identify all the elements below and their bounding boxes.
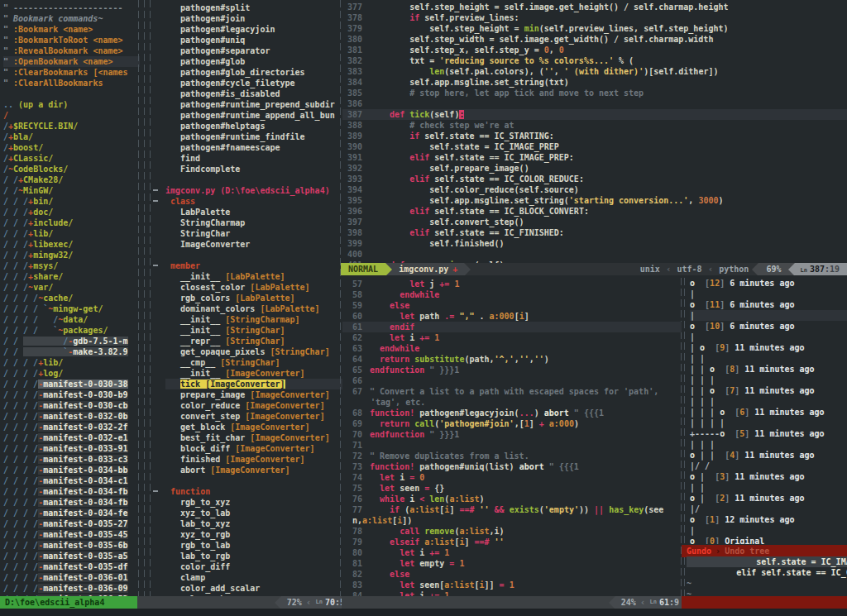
tag-line[interactable]: closest_color [LabPalette] [165,282,342,293]
tag-line[interactable] [165,250,342,260]
code-line[interactable]: 398 elif self.state == IC_FINISHED: [342,227,847,238]
tree-line[interactable]: / / /+share/ [3,271,140,282]
undo-node-line[interactable]: +-----o [5] 11 minutes ago [690,428,847,439]
undo-node-line[interactable]: |/ / [690,461,847,471]
tag-line[interactable]: pathogen#split [165,2,342,13]
tag-line[interactable]: pathogen#helptags [165,121,342,131]
code-line[interactable]: 67" Convert a list to a path with escape… [342,386,682,397]
tree-line[interactable]: / / / /-manifest-0-030-38 [3,379,140,389]
tag-line[interactable]: StringCharmap [165,217,342,228]
tree-line[interactable]: / / / / `~mingw-get/ [3,303,140,314]
code-line[interactable]: 74 let i = 0 [342,472,682,483]
tag-line[interactable] [165,174,342,185]
tree-line[interactable]: / /~MinGW/ [3,185,140,196]
code-line[interactable]: 81 let empty = 1 [342,558,682,569]
tag-line[interactable]: rgb_to_xyz [165,497,342,508]
tag-line[interactable]: rgb_to_lab [165,540,342,551]
tag-line[interactable]: pathogen#cycle_filetype [165,78,342,88]
tree-line[interactable]: / / /~var/ [3,282,140,293]
tag-line[interactable]: tick [ImageConverter] [165,379,342,389]
tree-line[interactable]: / / /+lib/ [3,228,140,239]
code-line[interactable]: 62 let i += 1 [342,332,682,343]
tag-line[interactable]: pathogen#fnameescape [165,142,342,153]
fold-open-marker[interactable] [153,200,158,202]
undo-node-line[interactable]: | | o [7] 11 minutes ago [690,385,847,396]
diff-line[interactable]: ~ [687,589,847,596]
tree-line[interactable]: / / /+bin/ [3,196,140,207]
code-line[interactable]: 384 self.app.msgline.set_string(txt) [342,77,847,88]
code-line[interactable]: 59 else [342,300,682,311]
code-line[interactable]: 400 [342,249,847,260]
tree-line[interactable]: / / / /-manifest-0-032-0b [3,411,140,422]
tree-line[interactable]: / / / /-manifest-0-033-91 [3,443,140,454]
code-line[interactable]: n,a:list[i]) [342,515,682,526]
code-line[interactable]: 58 endwhile [342,289,682,300]
tree-line[interactable]: / / / /-manifest-0-035-df [3,561,140,572]
tree-line[interactable]: /+boost/ [3,142,140,153]
tag-line[interactable]: abort [ImageConverter] [165,465,342,475]
tree-line[interactable]: / / / /-manifest-0-035-27 [3,518,140,529]
tree-line[interactable]: / / / /-manifest-0-034-fe [3,508,140,518]
code-line[interactable]: 389 if self.state == IC_STARTING: [342,131,847,141]
tag-line[interactable]: pathogen#runtime_prepend_subdir [165,99,342,110]
undo-node-line[interactable]: | | | o [6] 11 minutes ago [690,407,847,418]
tag-line[interactable]: lab_to_xyz [165,518,342,529]
tree-line[interactable]: / / / /-manifest-0-035-45 [3,529,140,540]
code-line[interactable]: 378 if self.preview_lines: [342,12,847,23]
code-line[interactable]: 394 self.color_reduce(self.source) [342,184,847,195]
tag-line[interactable]: pathogen#runtime_findfile [165,131,342,142]
tag-line[interactable]: LabPalette [165,207,342,217]
undo-node-line[interactable]: o | [2] 11 minutes ago [690,493,847,504]
code-line[interactable]: 386 [342,98,847,109]
tag-line[interactable]: __init__ [LabPalette] [165,271,342,282]
tag-line[interactable]: pathogen#join [165,13,342,24]
code-line[interactable]: 61 endif [342,322,682,332]
tag-line[interactable]: color_add_scalar [165,583,342,594]
tag-line[interactable]: xyz_to_rgb [165,529,342,540]
tag-line[interactable]: convert_step [ImageConverter] [165,411,342,422]
code-line[interactable]: 396 elif self.state == IC_BLOCK_CONVERT: [342,206,847,217]
tree-line[interactable]: " :BookmarkToRoot <name> [3,35,140,45]
code-line[interactable]: 385 # stop here, let app tick and move t… [342,88,847,98]
diff-line[interactable]: elif self.state == IC_COLOR_REDUCE: [687,567,847,578]
undo-node-line[interactable]: | | o [8] 11 minutes ago [690,364,847,375]
window-separator-strip[interactable] [136,0,162,596]
code-line[interactable]: 78 call remove(a:list,i) [342,526,682,537]
tag-line[interactable]: prepare_image [ImageConverter] [165,389,342,400]
fold-open-marker[interactable] [153,490,158,492]
tree-line[interactable]: / / /+include/ [3,217,140,228]
tag-line[interactable]: __init__ [StringChar] [165,325,342,336]
tree-line[interactable]: " :ClearAllBookmarks [3,78,140,88]
fold-open-marker[interactable] [153,189,158,191]
diff-line[interactable]: self.state = IC_IMAGE_PREP [687,556,847,567]
code-line[interactable]: 387 def tick(self): [342,109,847,120]
tag-line[interactable]: pathogen#is_disabled [165,88,342,99]
command-line[interactable]: E492: Not an editor command: vyv [0,609,847,616]
undo-node-line[interactable]: | o [9] 11 minutes ago [690,342,847,353]
tag-line[interactable]: rgb_colors [LabPalette] [165,293,342,303]
tagbar-statusline[interactable]: __Tag_List__ - 72%‹Ln70:5 [137,596,351,609]
undo-node-line[interactable]: o | [3] 11 minutes ago [690,471,847,482]
tree-line[interactable]: " :Bookmark <name> [3,24,140,35]
tag-line[interactable]: __cmp__ [StringChar] [165,357,342,368]
tree-line[interactable]: / / / /~cache/ [3,293,140,303]
tag-line[interactable]: member [165,260,342,271]
code-line[interactable]: 388 # check step we're at [342,120,847,131]
tag-line[interactable]: imgconv.py (D:\foe\edscii_alpha4) [165,185,342,196]
code-line[interactable]: 379 self.step_height = min(self.preview_… [342,23,847,34]
tag-line[interactable]: __init__ [ImageConverter] [165,368,342,379]
code-line[interactable]: 381 self.step_x, self.step_y = 0, 0 [342,45,847,55]
tree-line[interactable]: " :RevealBookmark <name> [3,45,140,56]
tree-line[interactable]: / / `-make-3.82.9 [3,346,140,357]
nerdtree-statusline[interactable]: D:\foe\edscii_alpha4 [0,596,142,609]
undo-node-line[interactable]: | | [690,482,847,493]
tree-line[interactable]: / / / /-manifest-0-033-c3 [3,454,140,465]
tree-line[interactable]: / / / /-manifest-0-034-bb [3,465,140,475]
tree-line[interactable]: /+bla/ [3,131,140,142]
tree-line[interactable] [3,88,140,99]
code-line[interactable]: 380 self.step_width = self.image.get_wid… [342,34,847,45]
tree-line[interactable]: /+$RECYCLE.BIN/ [3,121,140,131]
tree-line[interactable]: / / /+doc/ [3,207,140,217]
tree-line[interactable]: / / / /-manifest-0-036-01 [3,572,140,583]
code-line[interactable]: 75 let seen = {} [342,483,682,494]
